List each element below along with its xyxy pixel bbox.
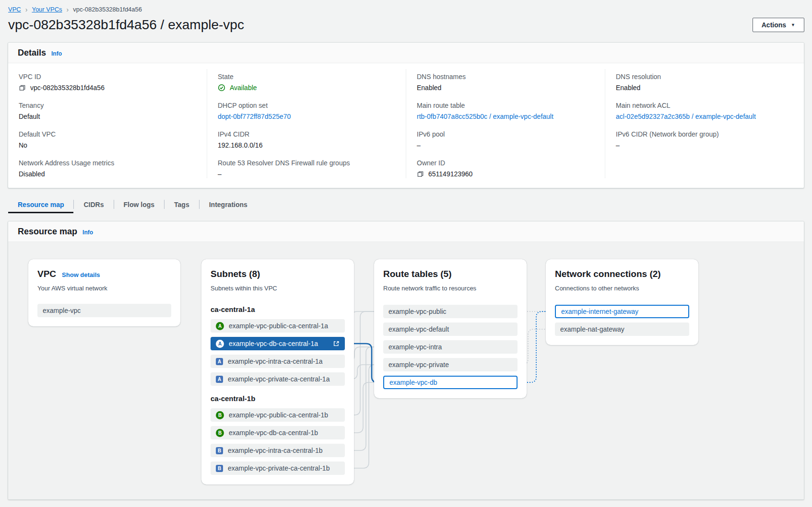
detail-field-value: vpc-082b35328b1fd4a56 bbox=[19, 83, 196, 92]
detail-field-value-text: vpc-082b35328b1fd4a56 bbox=[30, 83, 105, 92]
subnet-item-label: example-vpc-intra-ca-central-1a bbox=[228, 357, 323, 365]
route-table-item[interactable]: example-vpc-private bbox=[383, 358, 518, 371]
detail-field: IPv4 CIDR192.168.0.0/16 bbox=[218, 130, 395, 150]
details-info-link[interactable]: Info bbox=[51, 50, 62, 57]
detail-field-value: Disabled bbox=[19, 170, 196, 178]
az-header: ca-central-1a bbox=[211, 305, 345, 314]
detail-field-value[interactable]: acl-02e5d92327a2c365b / example-vpc-defa… bbox=[616, 112, 793, 121]
detail-field-label: Main route table bbox=[417, 102, 594, 110]
subnet-item[interactable]: Bexample-vpc-db-ca-central-1b bbox=[211, 426, 345, 439]
az-header: ca-central-1b bbox=[211, 394, 345, 403]
details-column: DNS resolutionEnabledMain network ACLacl… bbox=[605, 69, 804, 178]
subnet-rows: Bexample-vpc-public-ca-central-1bBexampl… bbox=[211, 408, 345, 475]
resource-map-panel: Resource map Info VPC Show details Your … bbox=[8, 221, 804, 500]
route-table-item-label: example-vpc-public bbox=[388, 308, 447, 315]
subnet-item-label: example-vpc-private-ca-central-1a bbox=[228, 375, 330, 383]
vpc-item[interactable]: example-vpc bbox=[37, 304, 171, 317]
detail-field-value[interactable]: rtb-0fb7407a8cc525b0c / example-vpc-defa… bbox=[417, 112, 594, 121]
network-connection-item-label: example-internet-gateway bbox=[561, 308, 638, 315]
detail-field-value-text: Disabled bbox=[19, 170, 45, 178]
detail-field: Default VPCNo bbox=[19, 130, 196, 150]
az-b-badge: B bbox=[216, 429, 224, 437]
detail-field-value-text: acl-02e5d92327a2c365b / example-vpc-defa… bbox=[616, 112, 756, 121]
network-connection-item[interactable]: example-nat-gateway bbox=[555, 323, 689, 336]
vpc-show-details-link[interactable]: Show details bbox=[62, 271, 100, 278]
detail-field-label: Route 53 Resolver DNS Firewall rule grou… bbox=[218, 159, 395, 167]
network-connections-card: Network connections (2) Connections to o… bbox=[546, 259, 698, 345]
status-available-icon bbox=[218, 84, 225, 92]
route-table-item[interactable]: example-vpc-default bbox=[383, 323, 518, 336]
detail-field: Main network ACLacl-02e5d92327a2c365b / … bbox=[616, 102, 793, 121]
detail-field-value-text: 192.168.0.0/16 bbox=[218, 141, 262, 150]
detail-field: DNS resolutionEnabled bbox=[616, 73, 793, 92]
resource-map-info-link[interactable]: Info bbox=[82, 229, 93, 236]
caret-down-icon: ▼ bbox=[791, 23, 795, 27]
detail-field-label: IPv6 pool bbox=[417, 130, 594, 138]
actions-button[interactable]: Actions ▼ bbox=[753, 18, 804, 32]
subnet-item[interactable]: Bexample-vpc-private-ca-central-1b bbox=[211, 461, 345, 475]
detail-field-label: DNS hostnames bbox=[417, 73, 594, 81]
subnet-item[interactable]: Bexample-vpc-intra-ca-central-1b bbox=[211, 444, 345, 457]
detail-field: Network Address Usage metricsDisabled bbox=[19, 159, 196, 178]
vpc-card-subtitle: Your AWS virtual network bbox=[37, 285, 171, 292]
actions-button-label: Actions bbox=[762, 21, 786, 29]
route-tables-card: Route tables (5) Route network traffic t… bbox=[374, 259, 527, 398]
details-grid: VPC IDvpc-082b35328b1fd4a56TenancyDefaul… bbox=[8, 63, 804, 188]
network-connection-item[interactable]: example-internet-gateway bbox=[555, 305, 689, 318]
tab-tags[interactable]: Tags bbox=[165, 197, 199, 213]
tab-integrations[interactable]: Integrations bbox=[200, 197, 257, 213]
external-link-icon[interactable] bbox=[333, 340, 340, 347]
detail-field-value-text: Default bbox=[19, 112, 40, 121]
network-connection-rows: example-internet-gatewayexample-nat-gate… bbox=[555, 305, 689, 336]
detail-field-value-text: dopt-0bf772ff87d525e70 bbox=[218, 112, 291, 121]
tab-resource-map[interactable]: Resource map bbox=[8, 197, 73, 213]
vpc-details-page: VPC›Your VPCs›vpc-082b35328b1fd4a56 vpc-… bbox=[0, 0, 812, 507]
az-a-badge: A bbox=[216, 340, 224, 348]
subnet-item[interactable]: Aexample-vpc-db-ca-central-1a bbox=[211, 337, 345, 350]
detail-field-value-text: No bbox=[19, 141, 27, 150]
subnet-item[interactable]: Bexample-vpc-public-ca-central-1b bbox=[211, 408, 345, 422]
copy-icon[interactable] bbox=[19, 84, 26, 92]
detail-field: IPv6 CIDR (Network border group)– bbox=[616, 130, 793, 150]
detail-field-label: IPv6 CIDR (Network border group) bbox=[616, 130, 793, 138]
breadcrumb-link[interactable]: VPC bbox=[8, 6, 21, 13]
subnet-item-label: example-vpc-intra-ca-central-1b bbox=[228, 447, 323, 454]
tab-cidrs[interactable]: CIDRs bbox=[74, 197, 113, 213]
subnet-item-label: example-vpc-public-ca-central-1b bbox=[229, 411, 328, 419]
page-header: vpc-082b35328b1fd4a56 / example-vpc Acti… bbox=[0, 13, 812, 42]
detail-field-value-text: 651149123960 bbox=[428, 170, 472, 178]
detail-field: VPC IDvpc-082b35328b1fd4a56 bbox=[19, 73, 196, 92]
copy-icon[interactable] bbox=[417, 171, 424, 178]
detail-field-value[interactable]: dopt-0bf772ff87d525e70 bbox=[218, 112, 395, 121]
az-a-badge: A bbox=[216, 322, 224, 330]
detail-field-label: Tenancy bbox=[19, 102, 196, 110]
subnet-item-label: example-vpc-public-ca-central-1a bbox=[229, 322, 328, 330]
route-tables-card-subtitle: Route network traffic to resources bbox=[383, 285, 518, 292]
az-a-badge: A bbox=[216, 358, 223, 365]
route-table-item-label: example-vpc-private bbox=[388, 361, 449, 369]
detail-field: Route 53 Resolver DNS Firewall rule grou… bbox=[218, 159, 395, 178]
subnets-card-subtitle: Subnets within this VPC bbox=[211, 285, 345, 292]
detail-field-value: – bbox=[417, 141, 594, 150]
details-column: DNS hostnamesEnabledMain route tablertb-… bbox=[406, 69, 605, 178]
detail-field-value: No bbox=[19, 141, 196, 150]
subnet-item-label: example-vpc-db-ca-central-1b bbox=[229, 429, 318, 437]
route-table-item[interactable]: example-vpc-db bbox=[383, 376, 518, 389]
subnet-item[interactable]: Aexample-vpc-public-ca-central-1a bbox=[211, 319, 345, 333]
network-connections-card-title: Network connections (2) bbox=[555, 268, 661, 280]
detail-field-value: Default bbox=[19, 112, 196, 121]
tab-flow-logs[interactable]: Flow logs bbox=[114, 197, 165, 213]
breadcrumb-link[interactable]: Your VPCs bbox=[32, 6, 62, 13]
subnet-item[interactable]: Aexample-vpc-intra-ca-central-1a bbox=[211, 355, 345, 368]
detail-field-value: Enabled bbox=[616, 83, 793, 92]
route-tables-card-title: Route tables (5) bbox=[383, 268, 452, 280]
route-table-item[interactable]: example-vpc-public bbox=[383, 305, 518, 318]
subnet-item-label: example-vpc-private-ca-central-1b bbox=[228, 464, 330, 472]
route-table-item[interactable]: example-vpc-intra bbox=[383, 340, 518, 354]
resource-map-title: Resource map bbox=[18, 226, 77, 237]
subnet-item[interactable]: Aexample-vpc-private-ca-central-1a bbox=[211, 372, 345, 386]
az-b-badge: B bbox=[216, 411, 224, 419]
detail-field-value: 192.168.0.0/16 bbox=[218, 141, 395, 150]
detail-field-value: Enabled bbox=[417, 83, 594, 92]
route-table-item-label: example-vpc-db bbox=[389, 379, 437, 386]
